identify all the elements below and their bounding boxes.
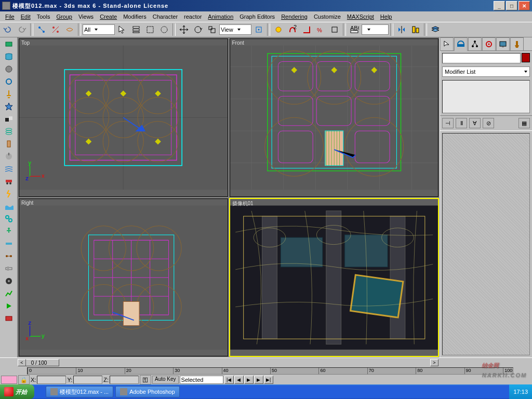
layers-button[interactable]: [429, 23, 442, 36]
preview-icon[interactable]: [2, 300, 16, 312]
select-region-rect-button[interactable]: [143, 23, 157, 36]
menu-tools[interactable]: Tools: [34, 12, 54, 21]
prismatic-icon[interactable]: [2, 263, 16, 274]
menu-animation[interactable]: Animation: [205, 12, 236, 21]
remove-modifier-button[interactable]: ⊘: [483, 118, 494, 128]
menu-maxscript[interactable]: MAXScript: [344, 12, 377, 21]
display-tab[interactable]: [496, 37, 510, 50]
z-input[interactable]: [110, 376, 139, 384]
menu-reactor[interactable]: reactor: [181, 12, 205, 21]
cloth-icon[interactable]: [2, 51, 16, 62]
object-name-input[interactable]: [442, 53, 521, 63]
star-icon[interactable]: [2, 101, 16, 112]
script-listener[interactable]: [1, 376, 17, 384]
minimize-button[interactable]: _: [494, 1, 505, 10]
pin-stack-button[interactable]: ⊣: [442, 118, 454, 128]
fracture-icon[interactable]: [2, 188, 16, 200]
next-frame-button[interactable]: ▶: [254, 376, 263, 384]
maximize-button[interactable]: □: [506, 1, 517, 10]
menu-modifiers[interactable]: Modifiers: [120, 12, 150, 21]
named-selset-dropdown[interactable]: [362, 24, 389, 35]
menu-views[interactable]: Views: [75, 12, 97, 21]
keyfilter-dropdown[interactable]: Selected: [180, 376, 223, 384]
motion-tab[interactable]: [482, 37, 496, 50]
viewport-top[interactable]: Top xyz: [19, 38, 228, 197]
menu-help[interactable]: Help: [377, 12, 395, 21]
water-icon[interactable]: [2, 201, 16, 212]
pivot-center-button[interactable]: [252, 23, 265, 36]
toycar-icon[interactable]: [2, 176, 16, 187]
redo-button[interactable]: [15, 23, 29, 36]
select-scale-button[interactable]: [205, 23, 219, 36]
carwheel-icon[interactable]: [2, 275, 16, 287]
viewport-front[interactable]: Front: [230, 38, 439, 197]
analyze-icon[interactable]: [2, 288, 16, 299]
unlink-button[interactable]: [49, 23, 62, 36]
menu-group[interactable]: Group: [53, 12, 75, 21]
menu-customize[interactable]: Customize: [311, 12, 344, 21]
align-button[interactable]: [409, 23, 422, 36]
ragdoll-icon[interactable]: [2, 225, 16, 237]
menu-character[interactable]: Character: [150, 12, 181, 21]
menu-create[interactable]: Create: [97, 12, 120, 21]
create-anim-icon[interactable]: [2, 313, 16, 324]
show-end-result-button[interactable]: Ⅱ: [456, 118, 467, 128]
named-selset-button[interactable]: ABC: [348, 23, 361, 36]
system-tray[interactable]: 17:13: [509, 384, 532, 399]
modify-tab[interactable]: [454, 37, 468, 51]
spinner-snap-button[interactable]: [328, 23, 341, 36]
snap-toggle-button[interactable]: 2: [286, 23, 299, 36]
angle-snap-button[interactable]: [300, 23, 313, 36]
select-move-button[interactable]: [177, 23, 191, 36]
x-input[interactable]: [37, 376, 66, 384]
bind-spacewarp-button[interactable]: [63, 23, 76, 36]
spring-icon[interactable]: [2, 126, 16, 137]
time-slider[interactable]: < 0 / 100 >: [0, 358, 532, 367]
select-object-button[interactable]: [115, 23, 129, 36]
plane-icon[interactable]: [2, 113, 16, 125]
softbody-icon[interactable]: [2, 63, 16, 75]
object-color-swatch[interactable]: [522, 53, 530, 62]
key-icon[interactable]: ⚿: [140, 375, 151, 384]
link-button[interactable]: [35, 23, 48, 36]
goto-start-button[interactable]: |◀: [224, 376, 234, 384]
rope-icon[interactable]: [2, 76, 16, 87]
undo-button[interactable]: [1, 23, 15, 36]
taskbar-item-photoshop[interactable]: Adobe Photoshop: [115, 386, 179, 397]
modifier-stack[interactable]: [442, 80, 530, 113]
close-button[interactable]: ✕: [518, 1, 530, 10]
y-input[interactable]: [73, 376, 102, 384]
prev-frame-button[interactable]: ◀: [234, 376, 244, 384]
create-tab[interactable]: [440, 37, 454, 50]
dashpot-icon[interactable]: [2, 138, 16, 150]
select-region-circle-button[interactable]: [157, 23, 171, 36]
make-unique-button[interactable]: ∀: [469, 118, 481, 128]
select-rotate-button[interactable]: [191, 23, 205, 36]
utilities-tab[interactable]: [510, 37, 524, 50]
start-button[interactable]: 开始: [0, 384, 34, 399]
menu-rendering[interactable]: Rendering: [278, 12, 311, 21]
viewport-camera[interactable]: 摄像机01: [230, 198, 439, 357]
select-manipulate-button[interactable]: [272, 23, 285, 36]
rigidbody-icon[interactable]: [2, 38, 16, 50]
wind-icon[interactable]: [2, 163, 16, 175]
mirror-button[interactable]: [395, 23, 408, 36]
modifier-list-dropdown[interactable]: Modifier List: [442, 66, 530, 77]
hierarchy-tab[interactable]: [468, 37, 482, 50]
hinge-icon[interactable]: [2, 238, 16, 249]
menu-grapheditors[interactable]: Graph Editors: [236, 12, 278, 21]
taskbar-item-max[interactable]: 楼模型012.max - ...: [46, 386, 113, 397]
time-ruler[interactable]: 0 10 20 30 40 50 60 70 80 90 100: [27, 367, 513, 375]
ref-coord-dropdown[interactable]: View: [219, 24, 251, 35]
deformmesh-icon[interactable]: [2, 88, 16, 100]
play-button[interactable]: ▶: [244, 376, 254, 384]
menu-file[interactable]: File: [2, 12, 18, 21]
viewport-right[interactable]: Right yzx: [19, 198, 228, 357]
autokey-button[interactable]: Auto Key: [152, 376, 179, 384]
motor-icon[interactable]: [2, 151, 16, 162]
time-prev-button[interactable]: <: [18, 359, 26, 366]
goto-end-button[interactable]: ▶|: [264, 376, 273, 384]
time-next-button[interactable]: >: [430, 359, 438, 366]
configure-sets-button[interactable]: ▦: [518, 118, 530, 128]
constraint-icon[interactable]: [2, 213, 16, 224]
